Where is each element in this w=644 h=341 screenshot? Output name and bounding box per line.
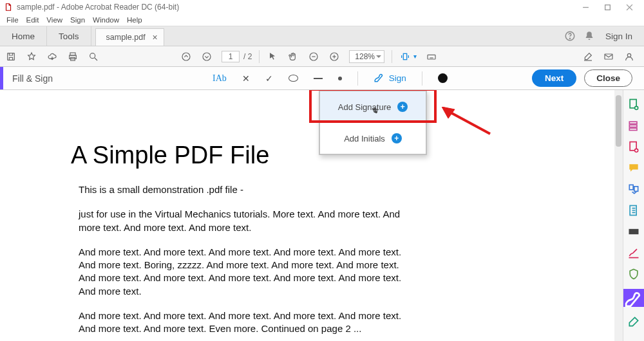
svg-rect-36 [629,125,637,127]
maximize-button[interactable] [596,0,618,14]
pdf-p3: And more text. And more text. And more t… [79,246,402,298]
chevron-down-icon[interactable]: ▾ [413,53,417,60]
fillsign-separator [357,71,358,86]
svg-point-5 [569,38,570,39]
x-tool[interactable]: ✕ [242,73,250,84]
svg-point-10 [90,53,95,58]
svg-point-13 [203,53,211,60]
page-indicator: 1 / 2 [222,51,252,62]
sign-tool[interactable]: Sign [374,71,406,85]
color-tool[interactable] [438,73,448,83]
add-initials-label: Add Initials [344,134,385,143]
pdf-p4: And more text. And more text. And more t… [79,309,402,336]
star-icon[interactable] [26,51,37,62]
oval-tool[interactable] [289,75,298,82]
menu-edit[interactable]: Edit [23,15,43,24]
window-title: sample.pdf - Adobe Acrobat Reader DC (64… [17,3,179,12]
add-initials-item[interactable]: Add Initials + [320,123,426,154]
svg-point-29 [627,53,630,57]
page-total: / 2 [243,52,252,61]
page-up-icon[interactable] [180,51,192,62]
acrobat-icon [4,3,13,12]
tab-document[interactable]: sample.pdf × [95,28,164,46]
fillsign-panel-icon[interactable] [623,289,645,307]
protect-icon[interactable] [627,268,640,281]
svg-rect-35 [629,122,637,124]
menu-help[interactable]: Help [123,15,146,24]
comment-icon[interactable] [627,161,640,174]
add-signature-label: Add Signature [338,102,391,112]
bell-icon[interactable] [583,30,595,42]
create-pdf-icon[interactable] [627,98,640,111]
pen-icon [374,71,385,85]
combine-icon[interactable] [627,119,640,132]
zoom-selector[interactable]: 128% [349,50,384,63]
pdf-body: This is a small demonstration .pdf file … [79,183,402,341]
svg-rect-20 [428,55,435,59]
dot-tool[interactable] [338,77,342,80]
search-icon[interactable] [88,51,99,62]
erase-icon[interactable] [582,51,594,62]
page-current-input[interactable]: 1 [222,51,240,62]
tab-close-icon[interactable]: × [153,32,158,42]
svg-rect-6 [8,53,15,60]
plus-icon: + [392,133,402,143]
menu-file[interactable]: File [3,15,23,24]
compress-icon[interactable] [627,204,640,217]
hand-icon[interactable] [287,51,299,62]
text-tool[interactable]: IAb [213,73,227,84]
scroll-thumb[interactable] [616,95,621,147]
fit-width-icon[interactable] [399,51,411,62]
sign-label: Sign [389,73,406,83]
page-view[interactable]: A Simple PDF File This is a small demons… [0,90,614,341]
sign-panel-icon[interactable] [627,246,640,259]
fillsign-separator-2 [422,71,422,86]
cursor-icon [372,107,379,115]
menu-sign[interactable]: Sign [66,15,89,24]
save-icon[interactable] [5,51,17,62]
vertical-scrollbar[interactable] [614,90,623,341]
pointer-icon[interactable] [267,51,278,62]
menu-window[interactable]: Window [89,15,123,24]
redact-icon[interactable] [627,225,640,238]
help-icon[interactable] [564,30,576,42]
close-button[interactable] [618,0,640,14]
window-titlebar: sample.pdf - Adobe Acrobat Reader DC (64… [0,0,644,14]
menu-view[interactable]: View [43,15,66,24]
signin-button[interactable]: Sign In [603,32,635,41]
check-tool[interactable]: ✓ [265,73,273,84]
keyboard-icon[interactable] [426,51,437,62]
svg-rect-41 [634,187,638,192]
svg-rect-19 [403,53,406,59]
pdf-title: A Simple PDF File [71,142,269,169]
edit-pdf-icon[interactable] [627,140,640,153]
organize-icon[interactable] [627,183,640,196]
fillsign-label: Fill & Sign [3,73,62,84]
zoom-in-icon[interactable] [328,51,340,62]
svg-line-30 [450,112,490,134]
plus-icon: + [397,102,408,112]
tab-document-label: sample.pdf [106,33,146,42]
minimize-button[interactable] [574,0,596,14]
sign-dropdown: Add Signature + Add Initials + [319,90,427,155]
tab-strip: Home Tools sample.pdf × Sign In [0,26,644,46]
dash-tool[interactable] [314,78,323,79]
fill-sign-bar: Fill & Sign IAb ✕ ✓ Sign Next Close [0,67,644,90]
tab-home[interactable]: Home [0,26,47,46]
cloud-icon[interactable] [46,51,58,62]
mail-icon[interactable] [603,51,614,62]
user-icon[interactable] [623,51,635,62]
tab-tools[interactable]: Tools [47,26,91,46]
print-icon[interactable] [67,51,79,62]
svg-line-11 [95,58,97,60]
zoom-out-icon[interactable] [308,51,319,62]
next-button[interactable]: Next [532,69,576,87]
workspace: A Simple PDF File This is a small demons… [0,90,644,341]
close-fillsign-button[interactable]: Close [584,69,632,87]
page-down-icon[interactable] [201,51,213,62]
svg-rect-40 [629,185,633,190]
annotation-arrow [442,107,493,136]
svg-rect-43 [629,230,638,234]
more-tools-icon[interactable] [627,315,640,328]
svg-point-12 [182,53,190,60]
